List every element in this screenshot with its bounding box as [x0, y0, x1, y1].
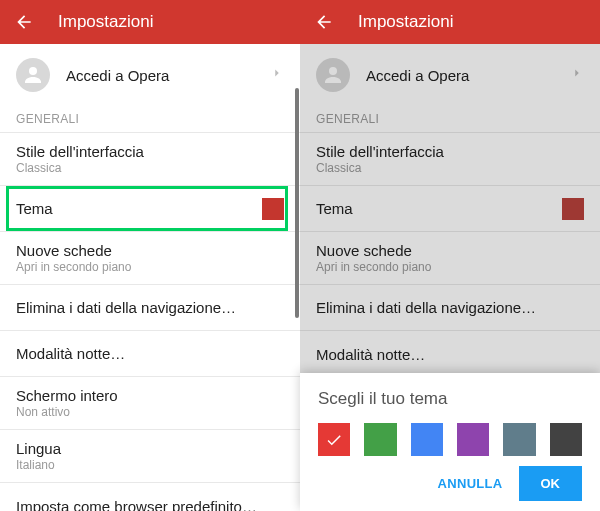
- appbar-title: Impostazioni: [58, 12, 153, 32]
- section-header-general: GENERALI: [0, 106, 300, 133]
- row-new-tabs[interactable]: Nuove schede Apri in secondo piano: [300, 232, 600, 285]
- svg-point-0: [29, 67, 37, 75]
- account-row[interactable]: Accedi a Opera: [0, 44, 300, 106]
- row-interface-style[interactable]: Stile dell'interfaccia Classica: [300, 133, 600, 186]
- account-label: Accedi a Opera: [66, 67, 270, 84]
- row-default-browser[interactable]: Imposta come browser predefinito…: [0, 483, 300, 511]
- account-row[interactable]: Accedi a Opera: [300, 44, 600, 106]
- theme-swatch-icon: [562, 198, 584, 220]
- theme-swatch-option[interactable]: [364, 423, 396, 456]
- check-icon: [325, 431, 343, 449]
- chevron-right-icon: [270, 66, 284, 84]
- theme-swatch-row: [318, 423, 582, 456]
- ok-button[interactable]: OK: [519, 466, 583, 501]
- row-theme[interactable]: Tema: [300, 186, 600, 232]
- row-clear-data[interactable]: Elimina i dati della navigazione…: [0, 285, 300, 331]
- dialog-buttons: ANNULLA OK: [318, 466, 582, 501]
- settings-pane-right: Impostazioni Accedi a Opera GENERALI Sti…: [300, 0, 600, 511]
- cancel-button[interactable]: ANNULLA: [422, 466, 519, 501]
- avatar-icon: [16, 58, 50, 92]
- section-header-general: GENERALI: [300, 106, 600, 133]
- back-icon[interactable]: [314, 12, 334, 32]
- row-interface-style[interactable]: Stile dell'interfaccia Classica: [0, 133, 300, 186]
- settings-pane-left: Impostazioni Accedi a Opera GENERALI Sti…: [0, 0, 300, 511]
- row-clear-data[interactable]: Elimina i dati della navigazione…: [300, 285, 600, 331]
- back-icon[interactable]: [14, 12, 34, 32]
- theme-swatch-option[interactable]: [550, 423, 582, 456]
- row-night-mode[interactable]: Modalità notte…: [0, 331, 300, 377]
- theme-swatch-icon: [262, 198, 284, 220]
- scrollbar[interactable]: [295, 88, 299, 318]
- row-fullscreen[interactable]: Schermo intero Non attivo: [0, 377, 300, 430]
- row-night-mode[interactable]: Modalità notte…: [300, 331, 600, 377]
- svg-point-1: [329, 67, 337, 75]
- dialog-title: Scegli il tuo tema: [318, 389, 582, 409]
- theme-swatch-option[interactable]: [411, 423, 443, 456]
- appbar: Impostazioni: [300, 0, 600, 44]
- theme-swatch-option[interactable]: [503, 423, 535, 456]
- theme-dialog: Scegli il tuo tema ANNULLA OK: [300, 373, 600, 511]
- theme-swatch-option[interactable]: [457, 423, 489, 456]
- account-label: Accedi a Opera: [366, 67, 570, 84]
- appbar-title: Impostazioni: [358, 12, 453, 32]
- row-new-tabs[interactable]: Nuove schede Apri in secondo piano: [0, 232, 300, 285]
- avatar-icon: [316, 58, 350, 92]
- chevron-right-icon: [570, 66, 584, 84]
- row-theme[interactable]: Tema: [0, 186, 300, 232]
- theme-swatch-option[interactable]: [318, 423, 350, 456]
- appbar: Impostazioni: [0, 0, 300, 44]
- row-language[interactable]: Lingua Italiano: [0, 430, 300, 483]
